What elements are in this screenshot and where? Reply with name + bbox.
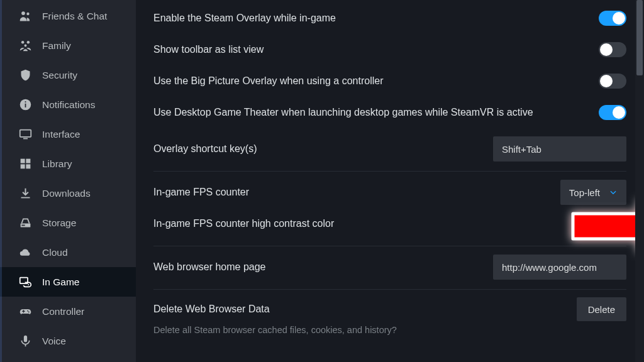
setting-big-picture-overlay: Use the Big Picture Overlay when using a… bbox=[153, 65, 626, 97]
setting-label: Enable the Steam Overlay while in-game bbox=[153, 13, 336, 24]
sidebar-item-family[interactable]: Family bbox=[0, 31, 136, 60]
dropdown-value: Top-left bbox=[569, 187, 600, 198]
toggle-enable-overlay[interactable] bbox=[599, 11, 626, 26]
sidebar-item-label: In Game bbox=[42, 277, 79, 288]
svg-rect-14 bbox=[21, 197, 30, 199]
download-icon bbox=[19, 187, 32, 200]
chevron-down-icon bbox=[609, 188, 618, 197]
svg-point-21 bbox=[27, 310, 28, 312]
shield-icon bbox=[19, 69, 32, 82]
family-icon bbox=[19, 39, 32, 52]
setting-delete-browser-data: Delete Web Browser Data Delete bbox=[153, 295, 626, 324]
sidebar-item-voice[interactable]: Voice bbox=[0, 326, 136, 356]
setting-label: Overlay shortcut key(s) bbox=[153, 143, 257, 155]
sidebar-item-security[interactable]: Security bbox=[0, 60, 136, 90]
sidebar-item-label: Storage bbox=[42, 217, 76, 229]
sidebar-item-controller[interactable]: Controller bbox=[0, 297, 136, 326]
svg-rect-11 bbox=[26, 159, 30, 163]
setting-label: Show toolbar as list view bbox=[153, 44, 264, 55]
toggle-desktop-theater[interactable] bbox=[599, 105, 626, 120]
setting-subtext: Delete all Steam browser cached files, c… bbox=[153, 325, 626, 335]
ingame-icon bbox=[19, 275, 32, 288]
button-label: Delete bbox=[588, 304, 615, 315]
sidebar-item-label: Controller bbox=[42, 306, 84, 317]
sidebar-item-label: Library bbox=[42, 158, 72, 170]
svg-point-2 bbox=[21, 41, 25, 44]
svg-rect-13 bbox=[26, 164, 30, 168]
setting-label: Web browser home page bbox=[153, 261, 265, 273]
sidebar-item-cloud[interactable]: Cloud bbox=[0, 238, 136, 267]
setting-browser-home: Web browser home page http://www.google.… bbox=[153, 251, 626, 283]
setting-label: Use Desktop Game Theater when launching … bbox=[153, 107, 533, 118]
input-value: http://www.google.com bbox=[502, 262, 597, 273]
svg-point-1 bbox=[26, 13, 29, 15]
svg-rect-16 bbox=[21, 225, 25, 226]
setting-enable-overlay: Enable the Steam Overlay while in-game bbox=[153, 3, 626, 34]
svg-rect-9 bbox=[23, 138, 28, 140]
sidebar-item-label: Downloads bbox=[42, 188, 91, 199]
setting-toolbar-list: Show toolbar as list view bbox=[153, 34, 626, 65]
scrollbar[interactable] bbox=[635, 0, 644, 362]
svg-point-4 bbox=[25, 45, 27, 47]
sidebar-item-label: Cloud bbox=[42, 247, 68, 258]
info-icon bbox=[19, 98, 32, 111]
svg-rect-6 bbox=[25, 104, 26, 107]
overlay-shortcut-input[interactable]: Shift+Tab bbox=[493, 136, 626, 162]
svg-rect-12 bbox=[21, 164, 25, 168]
toggle-big-picture-overlay[interactable] bbox=[599, 74, 626, 89]
setting-fps-high-contrast: In-game FPS counter high contrast color bbox=[153, 208, 626, 239]
svg-point-0 bbox=[21, 11, 25, 15]
divider bbox=[153, 171, 626, 172]
svg-point-3 bbox=[27, 41, 30, 44]
svg-rect-8 bbox=[20, 130, 31, 137]
drive-icon bbox=[19, 216, 32, 229]
svg-point-18 bbox=[28, 284, 29, 285]
monitor-icon bbox=[19, 128, 32, 141]
svg-rect-10 bbox=[21, 159, 25, 163]
setting-label: In-game FPS counter bbox=[153, 187, 249, 198]
toggle-toolbar-list[interactable] bbox=[599, 42, 626, 57]
sidebar-item-in-game[interactable]: In Game bbox=[0, 267, 136, 297]
sidebar-item-interface[interactable]: Interface bbox=[0, 119, 136, 149]
sidebar-item-label: Notifications bbox=[42, 99, 95, 111]
setting-label: Delete Web Browser Data bbox=[153, 304, 270, 315]
svg-rect-23 bbox=[24, 336, 27, 343]
svg-rect-20 bbox=[23, 310, 24, 312]
setting-label: In-game FPS counter high contrast color bbox=[153, 218, 334, 229]
browser-home-input[interactable]: http://www.google.com bbox=[493, 255, 626, 280]
sidebar-item-label: Friends & Chat bbox=[42, 11, 107, 22]
divider bbox=[153, 289, 626, 290]
sidebar-item-label: Voice bbox=[42, 336, 66, 347]
svg-rect-7 bbox=[25, 101, 26, 102]
delete-button[interactable]: Delete bbox=[577, 297, 626, 321]
cloud-icon bbox=[19, 246, 32, 259]
setting-overlay-shortcut: Overlay shortcut key(s) Shift+Tab bbox=[153, 133, 626, 165]
setting-desktop-theater: Use Desktop Game Theater when launching … bbox=[153, 97, 626, 128]
fps-counter-dropdown[interactable]: Top-left bbox=[560, 180, 626, 205]
sidebar-item-label: Security bbox=[42, 70, 77, 81]
settings-panel: Enable the Steam Overlay while in-game S… bbox=[136, 0, 644, 362]
sidebar-item-label: Family bbox=[42, 40, 71, 52]
svg-point-22 bbox=[28, 312, 30, 313]
input-value: Shift+Tab bbox=[502, 144, 541, 155]
sidebar-item-label: Interface bbox=[42, 129, 80, 140]
toggle-fps-high-contrast[interactable] bbox=[599, 216, 626, 231]
sidebar-item-downloads[interactable]: Downloads bbox=[0, 178, 136, 208]
scrollbar-thumb[interactable] bbox=[636, 0, 643, 75]
controller-icon bbox=[19, 305, 32, 318]
settings-sidebar: Friends & Chat Family Security Notificat… bbox=[0, 0, 136, 362]
divider bbox=[153, 246, 626, 246]
sidebar-item-library[interactable]: Library bbox=[0, 149, 136, 178]
setting-label: Use the Big Picture Overlay when using a… bbox=[153, 75, 384, 87]
sidebar-item-notifications[interactable]: Notifications bbox=[0, 90, 136, 119]
setting-fps-counter: In-game FPS counter Top-left bbox=[153, 177, 626, 208]
mic-icon bbox=[19, 334, 32, 348]
sidebar-item-friends-chat[interactable]: Friends & Chat bbox=[0, 1, 136, 31]
grid-icon bbox=[19, 157, 32, 170]
friends-icon bbox=[19, 9, 32, 23]
sidebar-item-storage[interactable]: Storage bbox=[0, 208, 136, 238]
